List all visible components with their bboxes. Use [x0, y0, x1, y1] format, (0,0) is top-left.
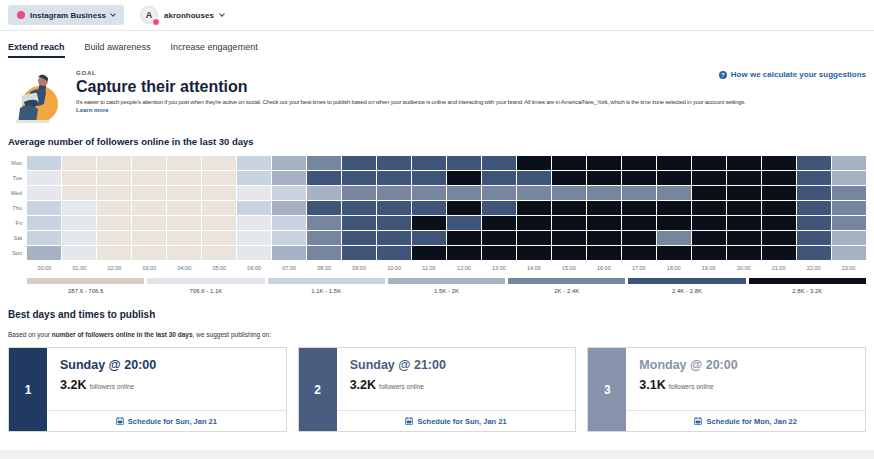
- heatmap-cell: [692, 231, 726, 245]
- heatmap-cell: [132, 246, 166, 260]
- heatmap-cell: [587, 201, 621, 215]
- tab-extend-reach[interactable]: Extend reach: [8, 42, 65, 58]
- heatmap-cell: [587, 216, 621, 230]
- heatmap-cell: [307, 216, 341, 230]
- heatmap-cell: [97, 216, 131, 230]
- schedule-button-label: Schedule for Sun, Jan 21: [417, 417, 506, 426]
- heatmap-cell: [62, 201, 96, 215]
- heatmap-cell: [272, 216, 306, 230]
- heatmap-cell: [797, 246, 831, 260]
- heatmap-cell: [377, 186, 411, 200]
- heatmap-cell: [237, 201, 271, 215]
- heatmap-cell: [657, 246, 691, 260]
- heatmap-cell: [377, 156, 411, 170]
- heatmap-cell: [412, 186, 446, 200]
- heatmap-cell: [272, 246, 306, 260]
- heatmap-cell: [762, 231, 796, 245]
- followers-online-heatmap: MonTueWedThuFriSatSun: [0, 156, 866, 261]
- heatmap-cell: [307, 201, 341, 215]
- heatmap-cell: [727, 201, 761, 215]
- heatmap-cell: [657, 171, 691, 185]
- suggestion-card-3: 3 Monday @ 20:00 3.1K followers online S…: [587, 347, 866, 432]
- heatmap-cell: [552, 216, 586, 230]
- heatmap-cell: [342, 171, 376, 185]
- heatmap-cell: [27, 246, 61, 260]
- schedule-button[interactable]: Schedule for Sun, Jan 21: [47, 410, 286, 431]
- instagram-network-icon: [17, 11, 25, 19]
- followers-count: 3.2K: [60, 378, 86, 392]
- schedule-button[interactable]: Schedule for Sun, Jan 21: [337, 410, 576, 431]
- heatmap-cell: [587, 156, 621, 170]
- followers-count: 3.2K: [350, 378, 376, 392]
- heatmap-cell: [622, 246, 656, 260]
- tab-increase-engagement[interactable]: Increase engagement: [171, 42, 258, 58]
- heatmap-hour-label: 10:00: [377, 265, 412, 271]
- heatmap-cell: [692, 186, 726, 200]
- heatmap-cell: [657, 186, 691, 200]
- heatmap-cell: [832, 246, 866, 260]
- heatmap-cell: [517, 171, 551, 185]
- heatmap-legend-label: 2.4K - 2.8K: [628, 288, 745, 294]
- heatmap-cell: [62, 156, 96, 170]
- heatmap-hour-label: 21:00: [761, 265, 796, 271]
- heatmap-cell: [622, 201, 656, 215]
- heatmap-cell: [62, 231, 96, 245]
- network-selector[interactable]: Instagram Business: [8, 5, 124, 25]
- heatmap-cell: [797, 156, 831, 170]
- heatmap-cell: [307, 156, 341, 170]
- rank-badge: 3: [588, 348, 626, 431]
- heatmap-cell: [202, 216, 236, 230]
- heatmap-cell: [412, 246, 446, 260]
- heatmap-cell: [727, 246, 761, 260]
- heatmap-legend-label: 1.1K - 1.5K: [268, 288, 385, 294]
- heatmap-hour-label: 11:00: [412, 265, 447, 271]
- heatmap-cell: [622, 171, 656, 185]
- suggested-time: Sunday @ 21:00: [350, 358, 563, 372]
- heatmap-hour-axis: 00:0001:0002:0003:0004:0005:0006:0007:00…: [27, 265, 866, 271]
- followers-count-label: followers online: [89, 383, 134, 390]
- heatmap-cell: [657, 216, 691, 230]
- calendar-icon: [694, 417, 702, 425]
- heatmap-cell: [342, 231, 376, 245]
- heatmap-cell: [412, 231, 446, 245]
- account-selector[interactable]: A akronhouses: [140, 6, 224, 24]
- learn-more-link[interactable]: Learn more: [76, 107, 746, 113]
- heatmap-cell: [237, 156, 271, 170]
- tab-build-awareness[interactable]: Build awareness: [85, 42, 151, 58]
- heatmap-hour-label: 14:00: [516, 265, 551, 271]
- heatmap-cell: [167, 186, 201, 200]
- best-times-title: Best days and times to publish: [8, 309, 866, 320]
- heatmap-cell: [552, 231, 586, 245]
- heatmap-cell: [132, 171, 166, 185]
- followers-count-label: followers online: [669, 383, 714, 390]
- heatmap-cell: [202, 246, 236, 260]
- heatmap-legend-swatch: [749, 278, 866, 284]
- intro-suffix: , we suggest publishing on:: [193, 331, 271, 338]
- heatmap-cell: [202, 156, 236, 170]
- heatmap-hour-label: 17:00: [621, 265, 656, 271]
- network-selector-label: Instagram Business: [30, 11, 106, 20]
- how-we-calculate-link[interactable]: ? How we calculate your suggestions: [719, 70, 866, 79]
- heatmap-cell: [27, 231, 61, 245]
- heatmap-cell: [97, 186, 131, 200]
- heatmap-cell: [27, 186, 61, 200]
- followers-count-label: followers online: [379, 383, 424, 390]
- heatmap-cell: [517, 216, 551, 230]
- heatmap-cell: [342, 246, 376, 260]
- heatmap-day-axis: MonTueWedThuFriSatSun: [0, 156, 27, 261]
- heatmap-day-label: Tue: [0, 171, 27, 186]
- heatmap-cell: [517, 246, 551, 260]
- heatmap-cell: [132, 201, 166, 215]
- heatmap-cell: [272, 156, 306, 170]
- heatmap-cell: [657, 201, 691, 215]
- heatmap-cell: [167, 216, 201, 230]
- heatmap-cell: [132, 216, 166, 230]
- heatmap-cell: [657, 231, 691, 245]
- heatmap-cell: [762, 216, 796, 230]
- schedule-button[interactable]: Schedule for Mon, Jan 22: [626, 410, 865, 431]
- heatmap-cell: [307, 231, 341, 245]
- heatmap-legend-swatch: [628, 278, 745, 284]
- heatmap-cell: [342, 216, 376, 230]
- heatmap-cell: [132, 156, 166, 170]
- heatmap-cell: [167, 156, 201, 170]
